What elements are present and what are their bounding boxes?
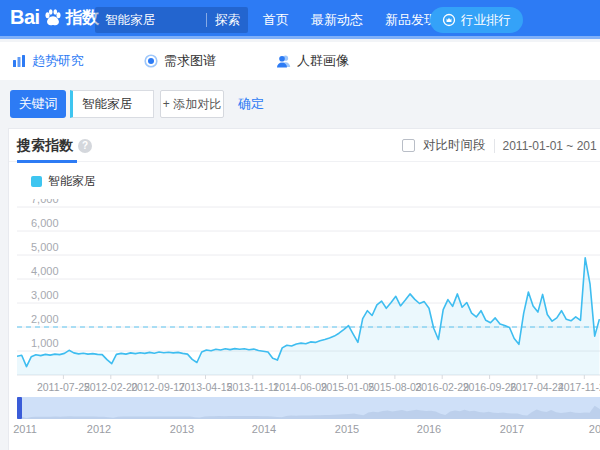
header-nav: 首页 最新动态 新品发现 [263,0,437,39]
year-label-2011: 2011 [13,423,37,435]
panel-header: 搜索指数 ? 对比时间段 2011-01-01 ~ 201 [9,129,600,162]
svg-text:6,000: 6,000 [31,217,59,229]
svg-text:2012-02-20: 2012-02-20 [84,381,138,393]
svg-text:2015-01-05: 2015-01-05 [321,381,375,393]
year-label-2018: 2018 [589,423,600,435]
search-submit-button[interactable]: 探索 [207,12,248,29]
keyword-bar: 关键词 智能家居 + 添加对比 确定 [0,80,600,128]
year-label-2016: 2016 [417,423,441,435]
tab-trend-research[interactable]: 趋势研究 [12,52,84,70]
baidu-index-logo[interactable]: Bai 指数 [10,6,99,29]
svg-text:2011-07-25: 2011-07-25 [37,381,90,393]
svg-text:2016-09-26: 2016-09-26 [463,381,517,393]
svg-text:2016-02-29: 2016-02-29 [415,381,469,393]
logo-text-latin: Bai [10,6,40,29]
baidu-paw-icon [42,7,64,29]
radar-circle-icon [144,54,158,68]
compare-period-checkbox[interactable] [402,139,415,152]
module-tabs: 趋势研究 需求图谱 人群画像 [0,42,600,80]
keyword-input[interactable]: 智能家居 [70,90,154,118]
compare-period-label: 对比时间段 [423,137,486,154]
top-header: Bai 指数 智能家居 探索 首页 最新动态 新品发现 行业排行 [0,0,600,39]
trend-chart-icon [12,54,26,68]
tab-demand-map-label: 需求图谱 [164,52,216,70]
tab-search-index[interactable]: 搜索指数 ? [17,129,92,162]
svg-text:2015-08-03: 2015-08-03 [368,381,422,393]
active-tab-underline [17,160,77,163]
svg-text:2014-06-09: 2014-06-09 [273,381,327,393]
header-divider [494,139,495,153]
panel-header-controls: 对比时间段 2011-01-01 ~ 201 [402,129,597,162]
svg-text:2013-04-15: 2013-04-15 [179,381,233,393]
add-compare-button[interactable]: + 添加对比 [160,90,224,118]
tab-trend-research-label: 趋势研究 [32,52,84,70]
svg-text:2,000: 2,000 [31,313,59,325]
legend-color-swatch [31,176,42,187]
search-index-panel: 搜索指数 ? 对比时间段 2011-01-01 ~ 201 智能家居 1,000… [8,128,600,450]
svg-text:2017-11-20: 2017-11-20 [558,381,600,393]
medal-icon [442,13,456,27]
svg-text:7,000: 7,000 [31,199,59,205]
svg-text:2017-04-24: 2017-04-24 [510,381,564,393]
year-label-2012: 2012 [87,423,111,435]
slider-year-axis: 2011 2012 2013 2014 2015 2016 2017 2018 [9,423,600,439]
svg-text:1,000: 1,000 [31,337,59,349]
svg-text:2012-09-17: 2012-09-17 [131,381,185,393]
svg-text:2013-11-11: 2013-11-11 [227,381,279,393]
svg-text:4,000: 4,000 [31,265,59,277]
chart-legend[interactable]: 智能家居 [31,173,96,190]
year-label-2014: 2014 [252,423,276,435]
help-icon[interactable]: ? [78,139,92,153]
keyword-button[interactable]: 关键词 [10,90,66,118]
logo-text-cn: 指数 [66,6,99,29]
industry-ranking-label: 行业排行 [461,12,511,29]
nav-item-home[interactable]: 首页 [263,11,289,29]
industry-ranking-button[interactable]: 行业排行 [430,7,523,33]
svg-text:3,000: 3,000 [31,289,59,301]
tab-audience-profile-label: 人群画像 [297,52,349,70]
trend-chart-area[interactable]: 1,0002,0003,0004,0005,0006,0007,0002011-… [17,199,600,397]
svg-text:5,000: 5,000 [31,241,59,253]
year-label-2015: 2015 [335,423,359,435]
slider-left-handle[interactable] [17,397,22,419]
tab-demand-map[interactable]: 需求图谱 [144,52,216,70]
year-label-2013: 2013 [170,423,194,435]
time-range-slider[interactable] [17,397,600,419]
header-search-box[interactable]: 智能家居 探索 [95,7,248,33]
nav-item-news[interactable]: 最新动态 [311,11,363,29]
tab-audience-profile[interactable]: 人群画像 [276,52,349,70]
header-search-input[interactable]: 智能家居 [95,12,206,29]
date-range-picker[interactable]: 2011-01-01 ~ 201 [503,139,597,153]
person-icon [276,54,291,68]
trend-chart[interactable]: 1,0002,0003,0004,0005,0006,0007,0002011-… [17,199,600,397]
year-label-2017: 2017 [500,423,524,435]
legend-label: 智能家居 [48,173,96,190]
slider-mini-chart [17,397,600,419]
confirm-button[interactable]: 确定 [238,90,264,118]
tab-search-index-label: 搜索指数 [17,137,73,155]
